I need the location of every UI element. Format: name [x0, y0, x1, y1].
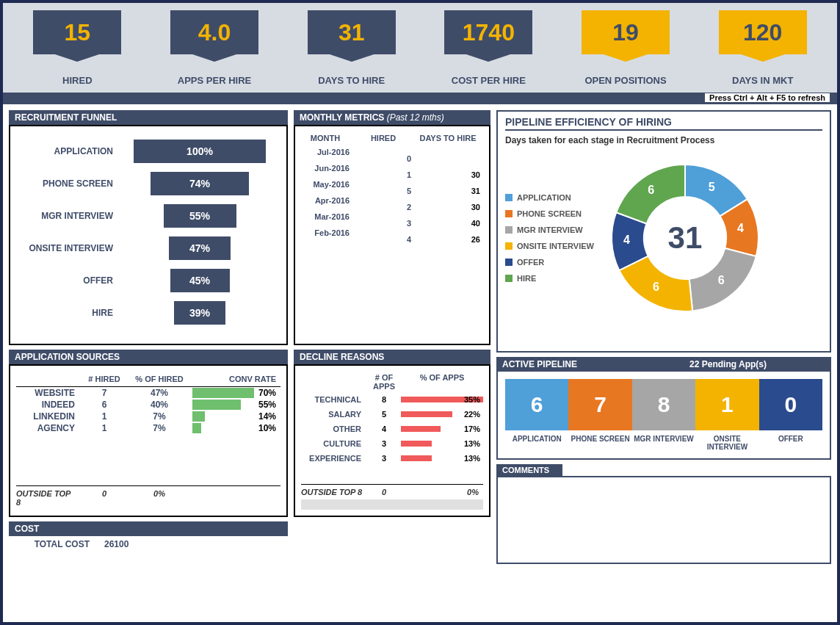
funnel-row-onsite-interview: ONSITE INTERVIEW47% — [19, 236, 278, 260]
monthly-hired: 5 — [407, 187, 411, 195]
decline-footer-label: OUTSIDE TOP 8 — [301, 488, 367, 496]
funnel-label: PHONE SCREEN — [19, 178, 122, 189]
comments-box[interactable] — [496, 476, 831, 564]
metric-value: 1740 — [463, 19, 515, 46]
pipeline-label: PHONE SCREEN — [568, 435, 631, 443]
metric-value: 19 — [612, 19, 639, 46]
monthly-col-month: MONTH — [301, 134, 354, 142]
metric-apps-per-hire: 4.0APPS PER HIRE — [146, 3, 283, 86]
decline-apps: 3 — [367, 454, 401, 463]
pipeline-eff-total: 31 — [668, 220, 703, 256]
pipeline-label: OFFER — [759, 435, 822, 443]
monthly-month: Apr-2016 — [301, 196, 354, 205]
funnel-bar: 74% — [151, 172, 248, 195]
legend-item: HIRE — [505, 274, 594, 283]
source-conv: 14% — [258, 411, 276, 422]
metric-label: COST PER HIRE — [420, 75, 557, 86]
pipeline-cell: 8MGR INTERVIEW — [632, 379, 695, 451]
sources-col-pct: % OF HIRED — [126, 375, 192, 383]
metric-label: OPEN POSITIONS — [557, 75, 695, 86]
sources-box: # HIRED % OF HIRED CONV RATE WEBSITE747%… — [9, 364, 288, 517]
decline-box: # OF APPS % OF APPS TECHNICAL835%SALARY5… — [294, 364, 490, 517]
funnel-box: APPLICATION100%PHONE SCREEN74%MGR INTERV… — [9, 125, 288, 345]
top-metrics-bar: 15HIRED4.0APPS PER HIRE31DAYS TO HIRE174… — [3, 3, 837, 93]
decline-row: SALARY522% — [301, 407, 483, 422]
source-hired: 7 — [82, 388, 126, 398]
monthly-box: MONTH HIRED DAYS TO HIRE Jul-20160Jun-20… — [294, 125, 490, 345]
decline-footer-pct: 0% — [401, 488, 483, 496]
funnel-label: MGR INTERVIEW — [19, 211, 122, 221]
monthly-col-days: DAYS TO HIRE — [413, 134, 483, 142]
monthly-days: 26 — [471, 235, 480, 244]
funnel-row-phone-screen: PHONE SCREEN74% — [19, 172, 278, 195]
metric-label: DAYS TO HIRE — [283, 75, 420, 86]
decline-apps: 5 — [367, 410, 401, 419]
source-conv: 55% — [258, 400, 276, 410]
source-conv: 70% — [258, 388, 276, 398]
source-name: AGENCY — [16, 423, 82, 433]
sources-title: APPLICATION SOURCES — [9, 350, 288, 364]
funnel-bar: 39% — [174, 301, 225, 325]
metric-label: HIRED — [9, 75, 146, 86]
source-hired: 1 — [82, 411, 126, 422]
metric-value: 31 — [338, 19, 365, 46]
monthly-days: 30 — [471, 170, 480, 179]
legend-item: ONSITE INTERVIEW — [505, 242, 594, 250]
monthly-month: May-2016 — [301, 180, 354, 189]
cost-value: 26100 — [104, 539, 128, 549]
source-name: LINKEDIN — [16, 411, 82, 422]
cost-row: TOTAL COST 26100 — [9, 536, 288, 552]
legend-item: OFFER — [505, 258, 594, 267]
monthly-row: Jul-20160 — [301, 144, 483, 160]
pipeline-label: APPLICATION — [505, 435, 568, 443]
pipeline-value: 7 — [568, 379, 631, 430]
monthly-hired: 4 — [407, 235, 411, 244]
donut-seg-label: 6 — [648, 184, 654, 197]
decline-row: EXPERIENCE313% — [301, 451, 483, 466]
pipeline-efficiency-panel: PIPELINE EFFICIENCY OF HIRING Days taken… — [496, 110, 831, 353]
metric-open-positions: 19OPEN POSITIONS — [557, 3, 695, 86]
decline-pct: 22% — [464, 410, 480, 419]
source-name: INDEED — [16, 400, 82, 410]
funnel-bar: 45% — [170, 269, 230, 292]
sources-col-conv: CONV RATE — [192, 375, 280, 383]
sources-footer-pct: 0% — [126, 489, 192, 507]
monthly-hired: 2 — [407, 203, 411, 212]
source-pct: 47% — [126, 388, 192, 398]
metric-label: DAYS IN MKT — [694, 75, 831, 86]
pipeline-label: ONSITE INTERVIEW — [695, 435, 758, 451]
funnel-bar: 55% — [164, 204, 236, 228]
monthly-row: Jun-2016130 — [301, 160, 483, 176]
monthly-month: Feb-2016 — [301, 228, 354, 237]
funnel-title: RECRUITMENT FUNNEL — [9, 110, 288, 125]
funnel-bar: 100% — [134, 140, 266, 163]
decline-pct: 17% — [464, 425, 480, 433]
donut-seg-label: 4 — [623, 234, 630, 247]
active-pipeline-pending: 22 Pending App(s) — [689, 359, 767, 369]
sources-col-hired: # HIRED — [82, 375, 126, 383]
legend-item: APPLICATION — [505, 193, 594, 202]
monthly-month: Mar-2016 — [301, 212, 354, 221]
decline-row: TECHNICAL835% — [301, 392, 483, 407]
decline-name: CULTURE — [301, 439, 367, 448]
monthly-row: Apr-2016230 — [301, 192, 483, 209]
sources-footer-label: OUTSIDE TOP 8 — [16, 489, 82, 507]
monthly-month: Jul-2016 — [301, 148, 354, 156]
donut-seg-label: 4 — [737, 222, 744, 235]
metric-days-in-mkt: 120DAYS IN MKT — [694, 3, 831, 86]
metric-days-to-hire: 31DAYS TO HIRE — [283, 3, 420, 86]
funnel-bar: 47% — [169, 236, 231, 260]
donut-seg-label: 5 — [709, 181, 715, 194]
pipeline-eff-legend: APPLICATIONPHONE SCREENMGR INTERVIEWONSI… — [505, 186, 594, 290]
funnel-label: HIRE — [19, 308, 122, 318]
donut-seg-label: 6 — [653, 281, 659, 294]
source-row: AGENCY17%10% — [16, 422, 280, 434]
decline-apps: 8 — [367, 395, 401, 404]
comments-title: COMMENTS — [496, 464, 562, 476]
pipeline-value: 6 — [505, 379, 568, 430]
cost-title: COST — [9, 521, 288, 536]
legend-item: MGR INTERVIEW — [505, 225, 594, 234]
sources-footer-hired: 0 — [82, 489, 126, 507]
monthly-days: 40 — [471, 219, 480, 228]
monthly-title: MONTHLY METRICS (Past 12 mths) — [294, 110, 490, 125]
